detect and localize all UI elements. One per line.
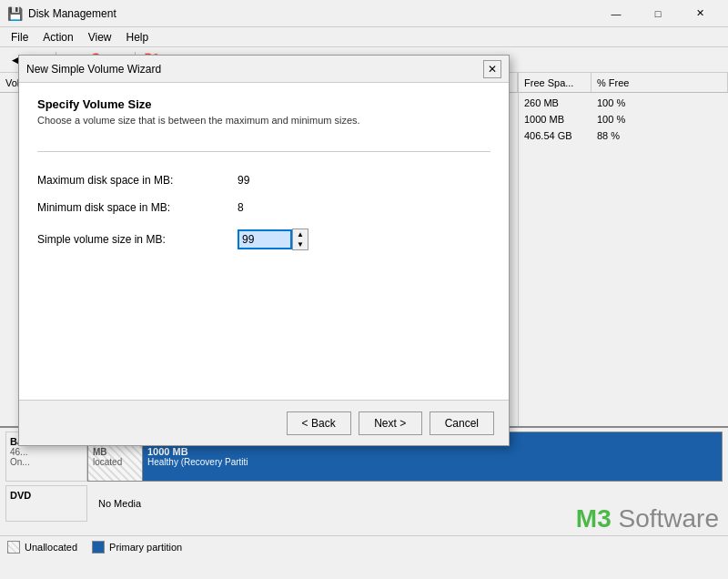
watermark: M3 Software	[576, 504, 719, 533]
wizard-field-max: Maximum disk space in MB: 99	[37, 174, 490, 187]
wizard-label-min: Minimum disk space in MB:	[37, 201, 228, 214]
spinner-down-button[interactable]: ▼	[293, 239, 308, 249]
menu-view[interactable]: View	[81, 29, 119, 46]
wizard-title-bar: New Simple Volume Wizard ✕	[19, 56, 509, 83]
menu-help[interactable]: Help	[119, 29, 157, 46]
watermark-software: Software	[612, 504, 719, 533]
legend-unallocated: Unallocated	[7, 541, 77, 554]
freespace-cell-1: 260 MB	[519, 97, 592, 108]
app-icon: 💾	[7, 6, 23, 21]
freespace-cell-2: 1000 MB	[519, 114, 592, 125]
menu-bar: File Action View Help	[0, 27, 728, 47]
right-data-row: 1000 MB 100 %	[519, 111, 728, 127]
unalloc-size: MB	[93, 447, 137, 457]
wizard-separator	[37, 151, 490, 152]
title-bar-controls: — □ ✕	[595, 0, 721, 27]
wizard-close-button[interactable]: ✕	[483, 60, 501, 78]
wizard-next-button[interactable]: Next >	[359, 411, 422, 435]
right-data-row: 260 MB 100 %	[519, 95, 728, 111]
wizard-back-button[interactable]: < Back	[287, 411, 351, 435]
col-header-pctfree: % Free	[592, 73, 728, 92]
close-button[interactable]: ✕	[679, 0, 721, 27]
legend-unalloc-label: Unallocated	[25, 542, 77, 553]
right-data-rows: 260 MB 100 % 1000 MB 100 % 406.54 GB 88 …	[519, 93, 728, 146]
wizard-value-max: 99	[238, 174, 249, 187]
watermark-m3: M3	[576, 504, 612, 533]
wizard-label-max: Maximum disk space in MB:	[37, 174, 228, 187]
legend-primary-box	[92, 541, 105, 554]
app-title: Disk Management	[28, 7, 116, 20]
wizard-form: Maximum disk space in MB: 99 Minimum dis…	[37, 174, 490, 250]
wizard-dialog: New Simple Volume Wizard ✕ Specify Volum…	[18, 55, 510, 446]
disk-label-type: On...	[10, 457, 83, 467]
col-header-freespace: Free Spa...	[519, 73, 592, 92]
legend-primary-label: Primary partition	[109, 542, 182, 553]
primary-size: 1000 MB	[147, 446, 717, 457]
spinner-up-button[interactable]: ▲	[293, 229, 308, 239]
wizard-field-size: Simple volume size in MB: ▲ ▼	[37, 229, 490, 250]
wizard-label-size: Simple volume size in MB:	[37, 233, 228, 246]
primary-desc: Healthy (Recovery Partiti	[147, 457, 717, 467]
menu-action[interactable]: Action	[35, 29, 80, 46]
wizard-heading: Specify Volume Size	[37, 97, 490, 111]
title-bar: 💾 Disk Management — □ ✕	[0, 0, 728, 27]
no-media-text: No Media	[98, 498, 141, 509]
spinner-buttons: ▲ ▼	[292, 229, 308, 250]
legend-unalloc-box	[7, 541, 20, 554]
pct-cell-3: 88 %	[592, 130, 728, 141]
wizard-title-text: New Simple Volume Wizard	[26, 63, 161, 76]
pct-cell-1: 100 %	[592, 97, 728, 108]
wizard-body: Specify Volume Size Choose a volume size…	[19, 83, 509, 400]
pct-cell-2: 100 %	[592, 114, 728, 125]
title-bar-left: 💾 Disk Management	[7, 6, 116, 21]
wizard-value-min: 8	[238, 201, 244, 214]
volume-size-input[interactable]	[238, 229, 292, 249]
legend-primary: Primary partition	[92, 541, 182, 554]
maximize-button[interactable]: □	[637, 0, 679, 27]
disk-label-info: 46...	[10, 447, 83, 457]
status-bar: Unallocated Primary partition	[0, 535, 728, 557]
right-data-row: 406.54 GB 88 %	[519, 127, 728, 144]
minimize-button[interactable]: —	[595, 0, 637, 27]
wizard-cancel-button[interactable]: Cancel	[430, 411, 494, 435]
unalloc-desc: located	[93, 457, 137, 467]
wizard-input-group: ▲ ▼	[238, 229, 308, 250]
right-table-header: Free Spa... % Free	[519, 73, 728, 93]
menu-file[interactable]: File	[4, 29, 35, 46]
wizard-footer: < Back Next > Cancel	[19, 400, 509, 445]
no-media-label: DVD	[5, 485, 87, 522]
wizard-subtext: Choose a volume size that is between the…	[37, 115, 490, 126]
freespace-cell-3: 406.54 GB	[519, 130, 592, 141]
no-media-label-name: DVD	[10, 490, 83, 501]
wizard-field-min: Minimum disk space in MB: 8	[37, 201, 490, 214]
